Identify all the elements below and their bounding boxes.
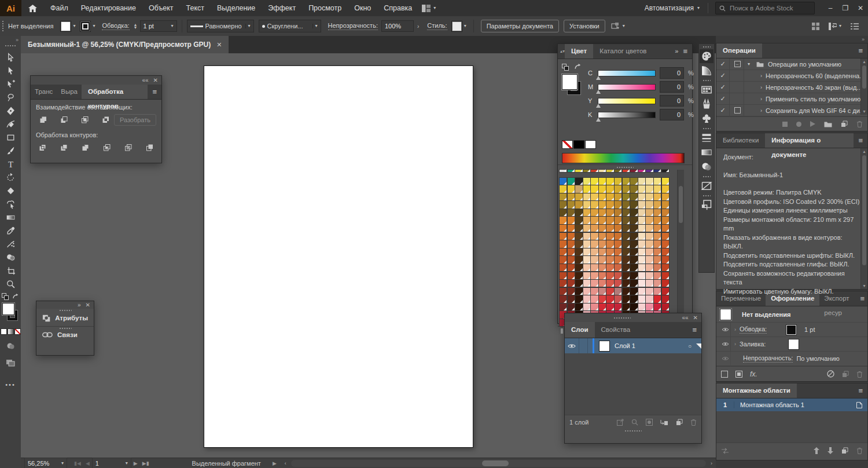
eyedropper-tool[interactable]	[0, 224, 21, 237]
swatch[interactable]	[662, 209, 669, 216]
swatch[interactable]	[575, 185, 582, 192]
channel-K-slider[interactable]	[598, 112, 656, 118]
swatch[interactable]	[599, 295, 606, 302]
swatch[interactable]	[646, 178, 653, 185]
swatch[interactable]	[599, 248, 606, 255]
swatch[interactable]	[583, 272, 590, 279]
swatch[interactable]	[630, 185, 637, 192]
arrange-documents-icon[interactable]	[807, 23, 824, 30]
swatch[interactable]	[623, 272, 630, 279]
mini-fill-stroke-icon[interactable]	[2, 293, 9, 300]
swatch[interactable]	[568, 178, 575, 185]
first-artboard-icon[interactable]: ▮◀	[72, 460, 83, 466]
document-info-menu-icon[interactable]: ≡	[854, 133, 867, 148]
swatch[interactable]	[615, 225, 621, 232]
swatch[interactable]	[560, 185, 567, 192]
adobe-stock-search[interactable]	[715, 2, 815, 14]
swatch[interactable]	[615, 201, 621, 208]
swatch[interactable]	[560, 193, 567, 200]
stop-playing-icon[interactable]	[782, 122, 788, 127]
swatch[interactable]	[615, 304, 621, 310]
expand-button[interactable]: Разобрать	[114, 114, 156, 126]
transparency-panel-icon[interactable]	[700, 160, 713, 174]
color-guide-panel-icon[interactable]	[700, 64, 713, 78]
swatch[interactable]	[583, 217, 590, 224]
swatch[interactable]	[606, 209, 613, 216]
swatch[interactable]	[615, 170, 621, 172]
swatch[interactable]	[638, 193, 645, 200]
swatch[interactable]	[654, 193, 661, 200]
swatch[interactable]	[599, 201, 606, 208]
swatch[interactable]	[560, 178, 567, 185]
swatch[interactable]	[568, 256, 575, 263]
document-info-scrollbar[interactable]: ▴ ▾	[860, 148, 867, 289]
swatch[interactable]	[662, 272, 669, 279]
swatch[interactable]	[591, 225, 598, 232]
pathfinder-menu-icon[interactable]: ≡	[148, 85, 161, 99]
tab-transform[interactable]: Транс	[31, 85, 57, 99]
swatch[interactable]	[575, 217, 582, 224]
swatch[interactable]	[591, 233, 598, 240]
type-tool[interactable]: T	[0, 158, 21, 171]
direct-selection-tool[interactable]	[0, 64, 21, 78]
tab-libraries[interactable]: Библиотеки	[716, 133, 765, 148]
swatch[interactable]	[654, 280, 661, 287]
swatch[interactable]	[606, 233, 613, 240]
swatch[interactable]	[591, 288, 598, 295]
swatch[interactable]	[638, 170, 645, 172]
tab-properties[interactable]: Свойства	[595, 322, 637, 338]
swatch[interactable]	[638, 264, 645, 271]
status-display[interactable]: Выделенный фрагмент	[192, 460, 261, 467]
swatch[interactable]	[591, 217, 598, 224]
swatch[interactable]	[662, 295, 669, 302]
toggle-item-check[interactable]: ✓	[716, 93, 730, 104]
swatch[interactable]	[662, 193, 669, 200]
layers-collapse-icon[interactable]: ««	[682, 315, 688, 321]
swatch[interactable]	[646, 225, 653, 232]
control-bar-grip[interactable]	[2, 20, 5, 32]
swatch[interactable]	[560, 264, 567, 271]
crop-icon[interactable]	[100, 141, 113, 153]
none-color-chip[interactable]	[562, 140, 573, 149]
swatch[interactable]	[630, 201, 637, 208]
trim-icon[interactable]	[57, 141, 71, 153]
swatch[interactable]	[583, 304, 590, 310]
action-row[interactable]: ✓ ›Сохранить для Web GIF 64 с ди...	[716, 105, 867, 116]
swatch[interactable]	[615, 280, 621, 287]
menu-8[interactable]: Справка	[377, 4, 418, 12]
close-button[interactable]: ✕	[853, 2, 868, 14]
swatch[interactable]	[599, 178, 606, 185]
swatch[interactable]	[662, 185, 669, 192]
links-panel-button[interactable]: Связи	[36, 331, 94, 338]
swatch[interactable]	[606, 170, 613, 172]
channel-K-value[interactable]: 0	[660, 109, 684, 120]
stroke-expand-icon[interactable]: ›	[734, 327, 736, 332]
symbol-sprayer-tool[interactable]	[0, 237, 21, 251]
swatch[interactable]	[646, 201, 653, 208]
new-stroke-icon[interactable]	[721, 371, 728, 378]
swatch[interactable]	[615, 217, 621, 224]
horizontal-scrollbar[interactable]	[291, 460, 706, 467]
dock-layout-icon[interactable]: ▾	[824, 23, 846, 30]
swatch[interactable]	[575, 295, 582, 302]
swatch[interactable]	[638, 256, 645, 263]
swatch[interactable]	[583, 264, 590, 271]
channel-C-value[interactable]: 0	[660, 67, 684, 79]
swatch[interactable]	[575, 304, 582, 310]
minus-back-icon[interactable]	[142, 141, 156, 153]
swatch[interactable]	[654, 233, 661, 240]
swap-fill-stroke-icon[interactable]	[12, 294, 19, 299]
swatch[interactable]	[662, 280, 669, 287]
swatches-panel-icon[interactable]	[700, 83, 713, 97]
dialog-toggle[interactable]	[731, 70, 744, 81]
dialog-toggle[interactable]	[731, 105, 744, 116]
swatch[interactable]	[568, 193, 575, 200]
swatch[interactable]	[575, 225, 582, 232]
swatch[interactable]	[575, 240, 582, 247]
swatch[interactable]	[575, 233, 582, 240]
menu-6[interactable]: Просмотр	[302, 4, 348, 12]
last-artboard-icon[interactable]: ▶▮	[140, 460, 152, 466]
divide-icon[interactable]	[36, 141, 50, 153]
menu-0[interactable]: Файл	[44, 4, 75, 12]
swatch[interactable]	[638, 185, 645, 192]
